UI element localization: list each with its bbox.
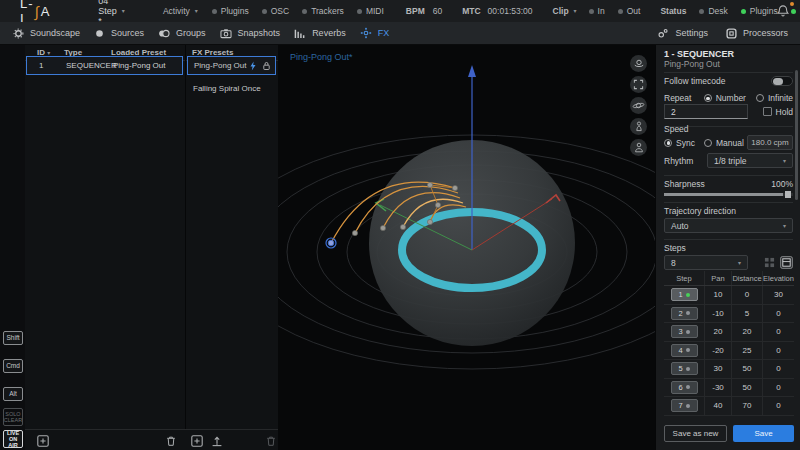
tab-soundscape[interactable]: Soundscape: [13, 28, 80, 39]
elevation-cell[interactable]: 0: [762, 305, 794, 323]
tab-reverbs[interactable]: Reverbs: [294, 28, 346, 39]
pan-cell[interactable]: 10: [704, 286, 731, 304]
lock-icon: [262, 61, 271, 71]
preset-item-selected[interactable]: Ping-Pong Out: [187, 56, 276, 75]
elevation-cell[interactable]: 0: [762, 342, 794, 360]
step-button[interactable]: 6: [671, 381, 698, 394]
fx-list-panel: ID ▾ Type Loaded Preset 1 SEQUENCER Ping…: [25, 45, 278, 450]
planet-icon: [632, 100, 645, 111]
rhythm-select[interactable]: 1/8 triple ▾: [707, 153, 793, 168]
distance-cell[interactable]: 50: [731, 360, 762, 378]
step-row: 1 10 0 30: [664, 286, 794, 305]
step-row: 2 -10 5 0: [664, 305, 794, 324]
notifications-bell-button[interactable]: [776, 4, 792, 19]
orbit-view-button[interactable]: [630, 55, 647, 72]
pan-cell[interactable]: -10: [704, 305, 731, 323]
step-button[interactable]: 5: [671, 362, 698, 375]
add-preset-button[interactable]: [191, 435, 203, 447]
step-row: 6 -30 50 0: [664, 379, 794, 398]
alt-modifier-button[interactable]: Alt: [3, 387, 23, 401]
steps-count-select[interactable]: 8 ▾: [664, 255, 748, 270]
distance-cell[interactable]: 0: [731, 286, 762, 304]
tab-fx[interactable]: FX: [360, 27, 390, 39]
speed-sync-radio[interactable]: Sync: [664, 138, 695, 148]
inspector-scrollbar[interactable]: [795, 70, 798, 200]
chevron-down-icon: ▾: [738, 260, 741, 266]
sharpness-slider[interactable]: [664, 193, 793, 196]
distance-cell[interactable]: 70: [731, 397, 762, 415]
step-button[interactable]: 1: [671, 288, 698, 301]
live-on-air-button[interactable]: LIVEON AIR: [3, 430, 23, 448]
grid-view-button[interactable]: [764, 257, 775, 268]
save-button[interactable]: Save: [733, 425, 794, 442]
repeat-infinite-radio[interactable]: Infinite: [756, 93, 793, 103]
listener-view-button[interactable]: [630, 139, 647, 156]
elevation-cell[interactable]: 30: [762, 286, 794, 304]
speed-manual-radio[interactable]: Manual: [704, 138, 744, 148]
chevron-down-icon: ▾: [574, 8, 577, 14]
distance-cell[interactable]: 20: [731, 323, 762, 341]
pan-cell[interactable]: -30: [704, 379, 731, 397]
elevation-cell[interactable]: 0: [762, 379, 794, 397]
status-indicator-plugins: Plugins: [741, 6, 778, 16]
processors-button[interactable]: Processors: [726, 28, 788, 39]
tab-groups[interactable]: Groups: [158, 28, 206, 39]
activity-selector[interactable]: Activity ▾: [163, 6, 198, 16]
steps-table: Step Pan Distance Elevation 1 10 0 30 2 …: [664, 271, 794, 416]
sequencer-inspector: 1 - SEQUENCER Ping-Pong Out Follow timec…: [655, 45, 800, 450]
clip-indicator-out: Out: [618, 6, 641, 16]
distance-cell[interactable]: 25: [731, 342, 762, 360]
3d-viewport[interactable]: Ping-Pong Out*: [278, 45, 655, 450]
slider-handle[interactable]: [785, 191, 791, 198]
fullscreen-button[interactable]: [630, 76, 647, 93]
status-dot: [699, 9, 704, 14]
settings-button[interactable]: Settings: [657, 28, 708, 39]
fx-panel-footer: [25, 429, 278, 450]
speed-label: Speed: [664, 124, 689, 134]
status-indicator-main: Main: [791, 6, 800, 16]
audience-view-button[interactable]: [630, 118, 647, 135]
delete-fx-button[interactable]: [165, 435, 177, 447]
distance-cell[interactable]: 50: [731, 379, 762, 397]
preset-item[interactable]: Falling Spiral Once: [187, 79, 276, 98]
speed-value-box[interactable]: 180.0 cpm: [747, 135, 793, 150]
pan-cell[interactable]: 40: [704, 397, 731, 415]
repeat-count-input[interactable]: 2: [664, 104, 748, 119]
top-view-button[interactable]: [630, 97, 647, 114]
clip-selector[interactable]: Clip ▾: [553, 6, 577, 16]
elevation-cell[interactable]: 0: [762, 360, 794, 378]
hold-checkbox[interactable]: Hold: [763, 107, 793, 117]
elevation-cell[interactable]: 0: [762, 323, 794, 341]
step-button[interactable]: 3: [671, 325, 698, 338]
sharpness-label: Sharpness: [664, 179, 705, 189]
export-preset-button[interactable]: [211, 435, 223, 447]
fx-row-selected[interactable]: 1 SEQUENCER Ping-Pong Out: [26, 56, 183, 75]
tab-sources[interactable]: Sources: [94, 28, 144, 39]
delete-preset-button[interactable]: [265, 435, 277, 447]
pan-cell[interactable]: 20: [704, 323, 731, 341]
pan-cell[interactable]: 30: [704, 360, 731, 378]
snapshots-camera-icon: [220, 28, 232, 39]
pan-cell[interactable]: -20: [704, 342, 731, 360]
distance-cell[interactable]: 5: [731, 305, 762, 323]
table-view-button[interactable]: [780, 256, 793, 269]
repeat-label: Repeat: [664, 93, 691, 103]
tab-snapshots[interactable]: Snapshots: [220, 28, 281, 39]
step-button[interactable]: 7: [671, 399, 698, 412]
cmd-modifier-button[interactable]: Cmd: [3, 359, 23, 373]
trajectory-direction-select[interactable]: Auto ▾: [664, 218, 793, 233]
shift-modifier-button[interactable]: Shift: [3, 331, 23, 345]
steps-table-header: Step Pan Distance Elevation: [664, 271, 794, 286]
add-fx-button[interactable]: [37, 435, 49, 447]
chevron-down-icon: ▾: [783, 223, 786, 229]
activity-indicator-trackers: Trackers: [302, 6, 344, 16]
step-row: 3 20 20 0: [664, 323, 794, 342]
step-button[interactable]: 2: [671, 307, 698, 320]
repeat-number-radio[interactable]: Number: [704, 93, 746, 103]
follow-timecode-toggle[interactable]: [771, 76, 793, 86]
solo-clear-button[interactable]: SOLOCLEAR: [3, 408, 23, 426]
save-as-new-button[interactable]: Save as new: [664, 425, 727, 442]
step-row: 4 -20 25 0: [664, 342, 794, 361]
step-button[interactable]: 4: [671, 344, 698, 357]
elevation-cell[interactable]: 0: [762, 397, 794, 415]
